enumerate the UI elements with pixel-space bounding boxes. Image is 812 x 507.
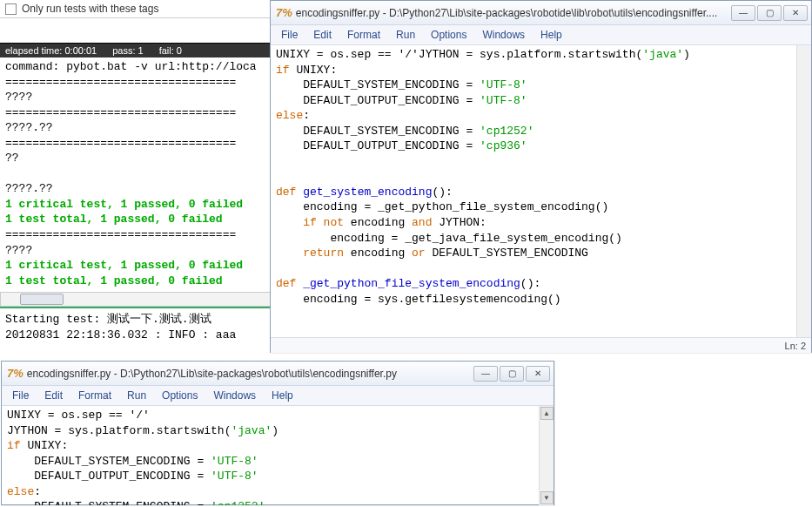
code-editor[interactable]: UNIXY = os.sep == '/'JYTHON = sys.platfo… — [271, 45, 796, 337]
close-button[interactable]: ✕ — [783, 5, 808, 21]
tag-filter-label: Only run tests with these tags — [22, 3, 158, 15]
scroll-down-icon[interactable]: ▼ — [540, 491, 554, 504]
menu-windows[interactable]: Windows — [475, 27, 532, 43]
maximize-button[interactable]: ▢ — [757, 5, 782, 21]
menu-edit[interactable]: Edit — [306, 27, 339, 43]
tag-filter-checkbox[interactable] — [5, 3, 17, 15]
pass-count: pass: 1 — [112, 45, 143, 56]
editor-window-2: 7% encodingsniffer.py - D:\Python27\Lib\… — [1, 361, 554, 505]
fail-count: fail: 0 — [159, 45, 182, 56]
maximize-button[interactable]: ▢ — [500, 366, 524, 382]
vertical-scrollbar[interactable]: ▲ ▼ — [539, 406, 554, 505]
scrollbar-thumb[interactable] — [20, 294, 64, 305]
menu-help[interactable]: Help — [534, 27, 569, 43]
editor-window-1: 7% encodingsniffer.py - D:\Python27\Lib\… — [270, 0, 812, 353]
titlebar[interactable]: 7% encodingsniffer.py - D:\Python27\Lib\… — [271, 1, 811, 25]
menu-options[interactable]: Options — [424, 27, 473, 43]
line-indicator: Ln: 2 — [785, 341, 806, 351]
tk-icon: 7% — [276, 6, 292, 19]
minimize-button[interactable]: — — [731, 5, 755, 21]
menu-file[interactable]: File — [5, 388, 36, 403]
minimize-button[interactable]: — — [473, 366, 498, 382]
menu-run[interactable]: Run — [389, 27, 422, 43]
menu-help[interactable]: Help — [265, 388, 300, 403]
code-editor[interactable]: UNIXY = os.sep == '/' JYTHON = sys.platf… — [2, 406, 539, 505]
menu-run[interactable]: Run — [120, 388, 153, 403]
menu-windows[interactable]: Windows — [206, 388, 263, 403]
window-title: encodingsniffer.py - D:\Python27\Lib\sit… — [27, 368, 473, 380]
titlebar[interactable]: 7% encodingsniffer.py - D:\Python27\Lib\… — [2, 362, 554, 386]
elapsed-time: elapsed time: 0:00:01 — [5, 45, 97, 56]
vertical-scrollbar[interactable] — [796, 45, 811, 337]
menu-format[interactable]: Format — [71, 388, 118, 403]
scroll-up-icon[interactable]: ▲ — [540, 407, 554, 420]
tk-icon: 7% — [7, 367, 23, 380]
close-button[interactable]: ✕ — [526, 366, 550, 382]
menu-edit[interactable]: Edit — [37, 388, 70, 403]
menu-file[interactable]: File — [274, 27, 305, 43]
menubar: File Edit Format Run Options Windows Hel… — [271, 25, 811, 45]
menu-options[interactable]: Options — [155, 388, 205, 403]
statusbar: Ln: 2 — [271, 337, 811, 353]
menu-format[interactable]: Format — [340, 27, 387, 43]
menubar: File Edit Format Run Options Windows Hel… — [2, 386, 554, 406]
window-title: encodingsniffer.py - D:\Python27\Lib\sit… — [296, 7, 731, 19]
